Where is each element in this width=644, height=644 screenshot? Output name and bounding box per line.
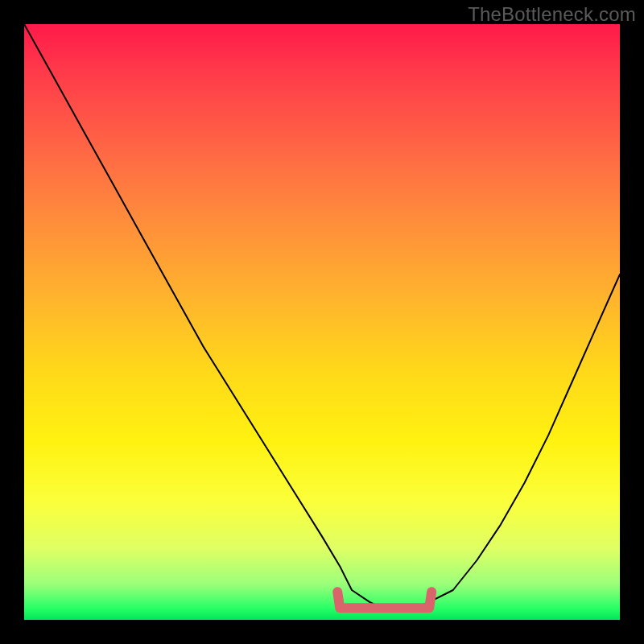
plot-area <box>24 24 620 620</box>
chart-frame: TheBottleneck.com <box>0 0 644 644</box>
highlight-svg <box>24 24 620 620</box>
watermark-text: TheBottleneck.com <box>468 3 636 26</box>
flat-region-highlight <box>337 592 431 608</box>
